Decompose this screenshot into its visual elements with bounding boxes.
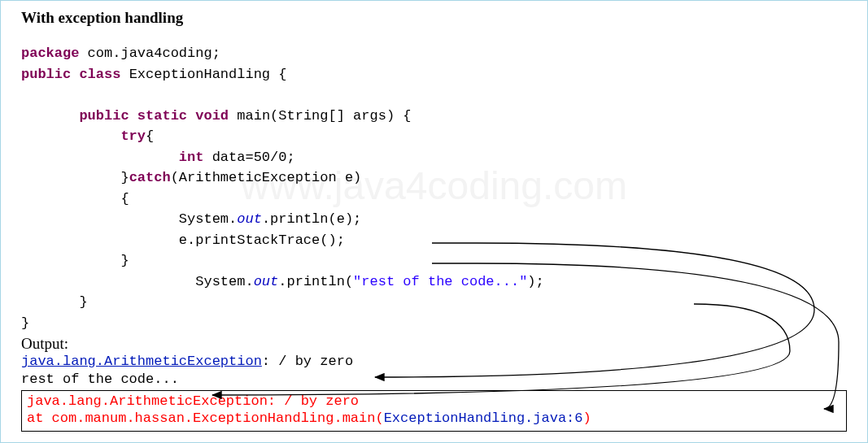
int-declaration: data=50/0; xyxy=(203,150,294,165)
brace: } xyxy=(21,315,29,331)
stack-line-2: at com.manum.hassan.ExceptionHandling.ma… xyxy=(27,410,841,427)
exception-msg: : / by zero xyxy=(262,354,353,369)
println-close: ); xyxy=(527,274,543,289)
brace: } xyxy=(120,170,129,185)
println-open: .println( xyxy=(278,274,353,289)
main-signature: main(String[] args) { xyxy=(229,108,411,124)
package-name: com.java4coding; xyxy=(79,46,220,61)
out-field: out xyxy=(237,211,262,227)
output-line-2: rest of the code... xyxy=(21,371,847,389)
print-stack-trace: e.printStackTrace(); xyxy=(179,232,345,248)
keyword-int: int xyxy=(179,150,204,165)
keyword-try: try xyxy=(120,128,146,144)
catch-signature: (ArithmeticException e) xyxy=(171,170,362,185)
code-block: package com.java4coding; public class Ex… xyxy=(21,43,847,333)
output-line-1: java.lang.ArithmeticException: / by zero xyxy=(21,353,847,371)
brace: { xyxy=(146,128,154,144)
keyword-catch: catch xyxy=(129,170,171,185)
brace: { xyxy=(120,191,129,206)
class-decl: ExceptionHandling { xyxy=(120,67,286,82)
keyword-void: void xyxy=(195,108,229,124)
output-label: Output: xyxy=(21,335,847,353)
stack-at: at com.manum.hassan.ExceptionHandling.ma… xyxy=(27,410,384,426)
string-literal: "rest of the code..." xyxy=(353,274,527,289)
brace: } xyxy=(120,253,129,268)
keyword-static: static xyxy=(137,108,187,124)
keyword-public: public xyxy=(79,108,129,124)
keyword-public: public xyxy=(21,67,71,82)
stack-file-link[interactable]: ExceptionHandling.java:6 xyxy=(384,410,583,426)
stack-close-paren: ) xyxy=(583,410,591,426)
stack-trace-box: java.lang.ArithmeticException: / by zero… xyxy=(21,390,847,432)
stack-line-1: java.lang.ArithmeticException: / by zero xyxy=(27,393,841,410)
system-text: System. xyxy=(195,274,253,289)
content: With exception handling package com.java… xyxy=(21,9,847,432)
keyword-class: class xyxy=(79,67,120,82)
code-example-box: www.java4coding.com With exception handl… xyxy=(0,0,868,443)
brace: } xyxy=(79,294,87,310)
system-text: System. xyxy=(179,211,237,227)
out-field: out xyxy=(254,274,279,289)
exception-link[interactable]: java.lang.ArithmeticException xyxy=(21,354,262,369)
println-e: .println(e); xyxy=(262,211,361,227)
keyword-package: package xyxy=(21,46,79,61)
section-title: With exception handling xyxy=(21,9,847,27)
